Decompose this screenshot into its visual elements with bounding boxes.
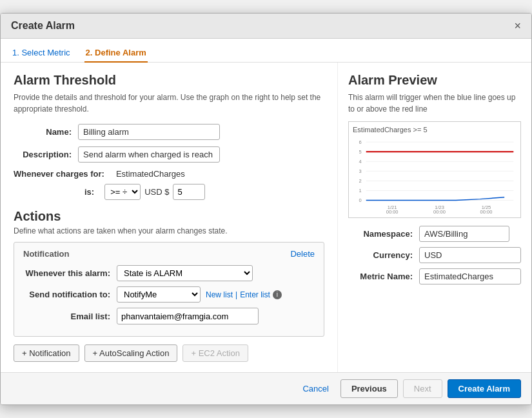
svg-text:4: 4: [359, 159, 361, 164]
threshold-title: Alarm Threshold: [14, 73, 324, 88]
tab-bar: 1. Select Metric 2. Define Alarm: [1, 39, 531, 63]
actions-desc: Define what actions are taken when your …: [14, 226, 324, 235]
new-list-link[interactable]: New list: [206, 290, 233, 299]
info-icon[interactable]: i: [273, 290, 282, 299]
namespace-label: Namespace:: [348, 229, 419, 239]
close-button[interactable]: ×: [514, 20, 521, 32]
create-alarm-button[interactable]: Create Alarm: [448, 379, 521, 398]
currency-input[interactable]: [419, 247, 521, 263]
svg-text:00:00: 00:00: [386, 209, 399, 214]
cancel-button[interactable]: Cancel: [296, 380, 335, 397]
namespace-value: AWS/Billing: [419, 226, 509, 242]
add-autoscaling-button[interactable]: + AutoScaling Action: [84, 344, 178, 362]
whenever-label: Whenever this alarm:: [23, 268, 117, 278]
currency-label: Currency:: [348, 250, 419, 260]
tab-define-alarm[interactable]: 2. Define Alarm: [84, 44, 148, 63]
whenever-select[interactable]: State is ALARM State is OK State is INSU…: [117, 265, 253, 281]
currency-label: USD $: [144, 187, 169, 197]
svg-text:6: 6: [359, 139, 361, 145]
svg-text:1: 1: [359, 188, 361, 194]
add-ec2-button: + EC2 Action: [182, 344, 248, 362]
notification-box: Notification Delete Whenever this alarm:…: [14, 242, 324, 337]
actions-title: Actions: [14, 209, 324, 224]
right-panel: Alarm Preview This alarm will trigger wh…: [338, 63, 531, 372]
metric-name-label: Metric Name:: [348, 272, 419, 281]
email-label: Email list:: [23, 312, 117, 321]
charges-value: EstimatedCharges: [116, 169, 185, 179]
modal-header: Create Alarm ×: [1, 14, 531, 39]
preview-title: Alarm Preview: [348, 73, 521, 88]
svg-text:00:00: 00:00: [433, 209, 446, 214]
namespace-row: Namespace: AWS/Billing: [348, 226, 521, 242]
charges-label: Whenever charges for:: [14, 169, 111, 179]
chart-box: EstimatedCharges >= 5 0 1 2 3 4 5 6: [348, 121, 521, 218]
notif-links: New list | Enter list i: [206, 290, 282, 299]
create-alarm-modal: Create Alarm × 1. Select Metric 2. Defin…: [0, 13, 532, 405]
metric-name-input[interactable]: [419, 268, 521, 284]
threshold-input[interactable]: [173, 184, 205, 200]
svg-text:0: 0: [359, 197, 361, 203]
metric-name-row: Metric Name:: [348, 268, 521, 284]
chart-title: EstimatedCharges >= 5: [353, 126, 517, 134]
modal-footer: Cancel Previous Next Create Alarm: [1, 372, 531, 404]
currency-row: Currency:: [348, 247, 521, 263]
name-label: Name:: [14, 127, 78, 137]
modal-title: Create Alarm: [11, 20, 75, 32]
description-input[interactable]: [78, 146, 220, 163]
svg-text:00:00: 00:00: [480, 209, 493, 214]
is-row: is: >= ÷ USD $: [84, 184, 324, 200]
svg-text:5: 5: [359, 149, 361, 155]
previous-button[interactable]: Previous: [340, 379, 398, 398]
send-to-label: Send notification to:: [23, 290, 117, 299]
tab-select-metric[interactable]: 1. Select Metric: [11, 44, 72, 63]
svg-text:2: 2: [359, 178, 361, 184]
chart-svg: 0 1 2 3 4 5 6: [353, 136, 517, 214]
name-row: Name:: [14, 124, 324, 140]
email-input[interactable]: [117, 308, 259, 324]
chart-area: 0 1 2 3 4 5 6: [353, 136, 517, 214]
is-label: is:: [84, 187, 101, 197]
operator-select[interactable]: >= ÷: [104, 184, 141, 200]
threshold-desc: Provide the details and threshold for yo…: [14, 92, 324, 115]
action-buttons: + Notification + AutoScaling Action + EC…: [14, 344, 324, 362]
whenever-row: Whenever this alarm: State is ALARM Stat…: [23, 265, 315, 281]
preview-desc: This alarm will trigger when the blue li…: [348, 92, 521, 115]
description-row: Description:: [14, 146, 324, 163]
send-to-row: Send notification to: NotifyMe New list …: [23, 286, 315, 303]
notification-header: Notification Delete: [23, 249, 315, 259]
email-row: Email list:: [23, 308, 315, 324]
delete-link[interactable]: Delete: [290, 249, 315, 259]
left-panel: Alarm Threshold Provide the details and …: [1, 63, 338, 372]
description-label: Description:: [14, 150, 78, 159]
svg-text:3: 3: [359, 168, 361, 174]
charges-row: Whenever charges for: EstimatedCharges: [14, 169, 324, 179]
next-button: Next: [403, 379, 442, 398]
add-notification-button[interactable]: + Notification: [14, 344, 79, 362]
notification-label: Notification: [23, 249, 70, 259]
send-to-select[interactable]: NotifyMe: [117, 286, 201, 303]
modal-content: Alarm Threshold Provide the details and …: [1, 63, 531, 372]
enter-list-link[interactable]: Enter list: [240, 290, 270, 299]
name-input[interactable]: [78, 124, 220, 140]
